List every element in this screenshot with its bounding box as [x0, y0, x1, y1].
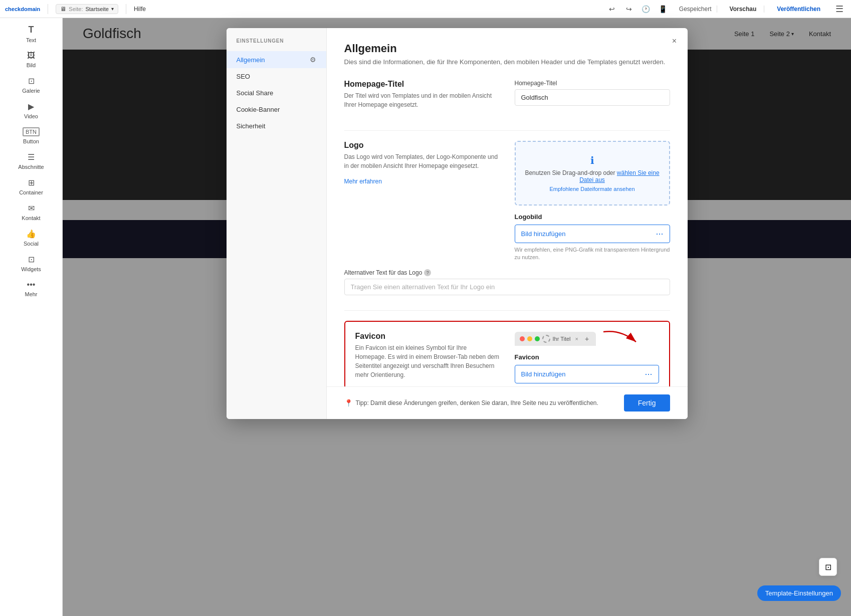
- modal-sidebar: EINSTELLUNGEN Allgemein ⚙ SEO Social Sha…: [227, 28, 327, 419]
- favicon-menu-icon[interactable]: ···: [645, 369, 652, 379]
- logo-mehr-link[interactable]: Mehr erfahren: [344, 178, 382, 185]
- favicon-section: Favicon Ein Favicon ist ein kleines Symb…: [344, 321, 670, 386]
- hilfe-link[interactable]: Hilfe: [134, 6, 146, 13]
- sidebar-item-label: Container: [19, 189, 43, 195]
- sidebar-item-abschnitte[interactable]: ☰ Abschnitte: [0, 148, 62, 174]
- homepage-title-field-label: Homepage-Titel: [515, 80, 670, 87]
- template-settings-button[interactable]: Template-Einstellungen: [757, 585, 841, 601]
- tip-icon: 📍: [344, 399, 353, 407]
- homepage-title-right: Homepage-Titel: [515, 80, 670, 106]
- logo-desc: Das Logo wird von Templates, der Logo-Ko…: [344, 152, 500, 170]
- sidebar-item-sicherheit[interactable]: Sicherheit: [227, 118, 326, 134]
- gallery-icon: ⊡: [28, 76, 35, 86]
- divider-2: [344, 310, 670, 311]
- publish-button[interactable]: Veröffentlichen: [769, 6, 828, 13]
- sidebar-item-galerie[interactable]: ⊡ Galerie: [0, 72, 62, 98]
- alt-text-row: Alternativer Text für das Logo ?: [344, 269, 670, 295]
- sidebar-item-cookie-banner[interactable]: Cookie-Banner: [227, 101, 326, 118]
- fertig-button[interactable]: Fertig: [624, 394, 670, 412]
- logo-heading: Logo: [344, 141, 500, 150]
- logo-hint: Wir empfehlen, eine PNG-Grafik mit trans…: [515, 246, 670, 262]
- topbar-separator: [48, 4, 48, 14]
- sidebar-item-video[interactable]: ▶ Video: [0, 98, 62, 123]
- modal-title: Allgemein: [344, 42, 670, 55]
- sidebar-item-container[interactable]: ⊞ Container: [0, 174, 62, 199]
- upload-text: Benutzen Sie Drag-and-drop oder wählen S…: [523, 169, 662, 183]
- text-icon: T: [29, 25, 34, 35]
- homepage-title-input[interactable]: [515, 89, 670, 106]
- sidebar-item-bild[interactable]: 🖼 Bild: [0, 47, 62, 72]
- alt-text-label: Alternativer Text für das Logo ?: [344, 269, 670, 276]
- upload-formats-link[interactable]: Empfohlene Dateiformate ansehen: [523, 186, 662, 192]
- sidebar-item-mehr[interactable]: ••• Mehr: [0, 276, 62, 301]
- favicon-row: Favicon Ein Favicon ist ein kleines Symb…: [355, 332, 659, 386]
- sidebar-item-label: Social: [24, 241, 39, 247]
- topbar: checkdomain 🖥 Seite: Startseite ▾ Hilfe …: [0, 0, 851, 18]
- sidebar-item-seo[interactable]: SEO: [227, 68, 326, 85]
- favicon-tab-close[interactable]: ×: [573, 336, 580, 342]
- tab-dot-red: [520, 336, 525, 341]
- close-button[interactable]: ×: [669, 35, 681, 47]
- sidebar-item-allgemein[interactable]: Allgemein ⚙: [227, 51, 326, 68]
- add-favicon-label: Bild hinzufügen: [521, 370, 566, 378]
- vorschau-button[interactable]: Vorschau: [722, 6, 765, 13]
- favicon-tab-add[interactable]: +: [583, 335, 591, 343]
- tab-dot-yellow: [527, 336, 532, 341]
- tip-text: Tipp: Damit diese Änderungen greifen, de…: [356, 399, 598, 406]
- undo-icon[interactable]: ↩: [606, 3, 618, 15]
- sidebar-item-label: Kontakt: [22, 215, 40, 221]
- tab-dot-green: [535, 336, 540, 341]
- template-icon-button[interactable]: ⊡: [819, 558, 837, 576]
- homepage-title-left: Homepage-Titel Der Titel wird von Templa…: [344, 80, 500, 115]
- favicon-tab-icon: [542, 335, 550, 343]
- homepage-title-row: Homepage-Titel Der Titel wird von Templa…: [344, 80, 670, 115]
- sidebar-item-label: Text: [26, 37, 36, 43]
- footer-tip: 📍 Tipp: Damit diese Änderungen greifen, …: [344, 399, 598, 407]
- mobile-icon[interactable]: 📱: [657, 3, 669, 15]
- add-favicon-button[interactable]: Bild hinzufügen ···: [515, 365, 659, 383]
- modal-sidebar-title: EINSTELLUNGEN: [227, 38, 326, 51]
- sections-icon: ☰: [28, 152, 35, 162]
- sidebar-item-button[interactable]: BTN Button: [0, 123, 62, 148]
- gear-icon: ⚙: [310, 56, 316, 64]
- logo-menu-icon[interactable]: ···: [656, 229, 663, 239]
- redo-icon[interactable]: ↪: [623, 3, 635, 15]
- container-icon: ⊞: [28, 178, 35, 187]
- modal-footer: 📍 Tipp: Damit diese Änderungen greifen, …: [327, 386, 688, 419]
- settings-modal: EINSTELLUNGEN Allgemein ⚙ SEO Social Sha…: [63, 18, 851, 616]
- topbar-menu-icon[interactable]: ☰: [833, 4, 846, 15]
- template-icon: ⊡: [825, 562, 831, 572]
- sidebar-item-social-share[interactable]: Social Share: [227, 85, 326, 101]
- topbar-sep2: [126, 4, 126, 14]
- alt-text-input[interactable]: [344, 279, 670, 295]
- add-logo-button[interactable]: Bild hinzufügen ···: [515, 225, 670, 243]
- favicon-heading: Favicon: [355, 332, 500, 341]
- divider-1: [344, 130, 670, 131]
- logo-section: Logo Das Logo wird von Templates, der Lo…: [344, 141, 670, 295]
- contact-icon: ✉: [28, 203, 35, 213]
- left-sidebar: T Text 🖼 Bild ⊡ Galerie ▶ Video BTN Butt…: [0, 18, 63, 616]
- upload-icon: ℹ: [523, 154, 662, 166]
- sidebar-item-kontakt[interactable]: ✉ Kontakt: [0, 199, 62, 225]
- modal-right: × Allgemein Dies sind die Informationen,…: [327, 28, 688, 419]
- sidebar-item-social[interactable]: 👍 Social: [0, 225, 62, 251]
- sidebar-item-label: Bild: [27, 62, 36, 68]
- sidebar-item-label: Abschnitte: [18, 164, 44, 170]
- homepage-title-desc: Der Titel wird von Templates und in der …: [344, 91, 500, 109]
- sidebar-item-label: Widgets: [21, 266, 41, 272]
- logo-upload-area[interactable]: ℹ Benutzen Sie Drag-and-drop oder wählen…: [515, 141, 670, 206]
- more-icon: •••: [27, 280, 36, 289]
- logo-row: Logo Das Logo wird von Templates, der Lo…: [344, 141, 670, 262]
- history-icon[interactable]: 🕐: [640, 3, 652, 15]
- logo-left: Logo Das Logo wird von Templates, der Lo…: [344, 141, 500, 185]
- favicon-desc: Ein Favicon ist ein kleines Symbol für I…: [355, 343, 500, 379]
- homepage-title-section: Homepage-Titel Der Titel wird von Templa…: [344, 80, 670, 115]
- button-icon: BTN: [23, 127, 40, 136]
- logobild-label: Logobild: [515, 213, 670, 221]
- sidebar-item-text[interactable]: T Text: [0, 21, 62, 47]
- favicon-left: Favicon Ein Favicon ist ein kleines Symb…: [355, 332, 500, 386]
- page-selector[interactable]: 🖥 Seite: Startseite ▾: [56, 4, 118, 14]
- sidebar-item-widgets[interactable]: ⊡ Widgets: [0, 251, 62, 276]
- sidebar-item-label: Video: [24, 113, 38, 119]
- red-arrow-indicator: [601, 327, 641, 352]
